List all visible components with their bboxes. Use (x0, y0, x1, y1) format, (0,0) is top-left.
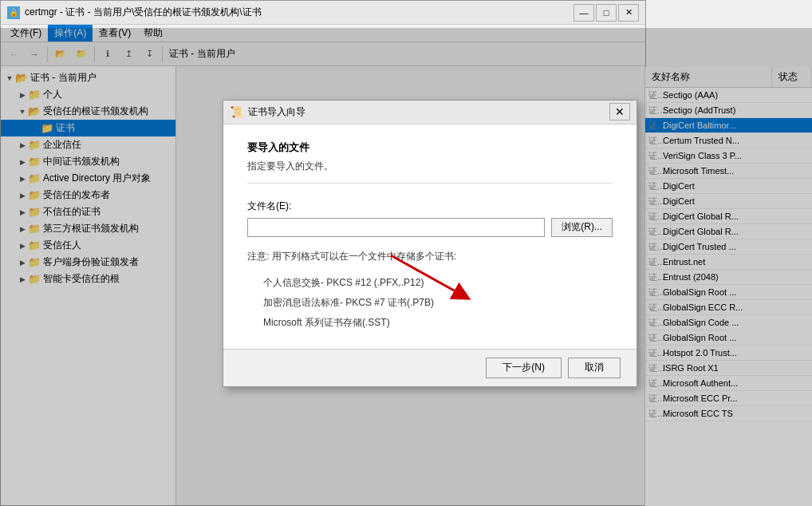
wizard-format-list: 个人信息交换- PKCS #12 (.PFX,.P12) 加密消息语法标准- P… (263, 273, 613, 333)
wizard-title-left: 📜 证书导入向导 (230, 105, 305, 119)
wizard-input-row: 浏览(R)... (247, 218, 613, 237)
wizard-dialog: 📜 证书导入向导 ✕ 要导入的文件 指定要导入的文件。 文件名(E): 浏览(R… (223, 100, 637, 387)
wizard-browse-button[interactable]: 浏览(R)... (551, 218, 613, 237)
wizard-overlay: 📜 证书导入向导 ✕ 要导入的文件 指定要导入的文件。 文件名(E): 浏览(R… (0, 28, 812, 506)
wizard-file-input[interactable] (247, 218, 545, 237)
wizard-section-title: 要导入的文件 (247, 140, 613, 155)
close-button[interactable]: ✕ (618, 4, 639, 22)
wizard-format-item-2: Microsoft 系列证书存储(.SST) (263, 313, 613, 333)
title-bar: 🔒 certmgr - 证书 - 当前用户\受信任的根证书颁发机构\证书 — □… (1, 1, 645, 25)
wizard-format-item-0: 个人信息交换- PKCS #12 (.PFX,.P12) (263, 273, 613, 293)
wizard-close-button[interactable]: ✕ (609, 103, 630, 121)
wizard-note: 注意: 用下列格式可以在一个文件中存储多个证书: (247, 250, 613, 263)
wizard-field-label: 文件名(E): (247, 200, 613, 213)
wizard-footer: 下一步(N) 取消 (223, 349, 637, 386)
wizard-header-section: 要导入的文件 指定要导入的文件。 (247, 140, 613, 184)
maximize-button[interactable]: □ (596, 4, 617, 22)
title-bar-left: 🔒 certmgr - 证书 - 当前用户\受信任的根证书颁发机构\证书 (7, 6, 262, 19)
wizard-next-button[interactable]: 下一步(N) (486, 358, 562, 378)
wizard-cancel-button[interactable]: 取消 (568, 358, 621, 378)
minimize-button[interactable]: — (574, 4, 594, 22)
wizard-title-bar: 📜 证书导入向导 ✕ (223, 101, 637, 125)
wizard-title-text: 证书导入向导 (248, 105, 305, 119)
wizard-format-item-1: 加密消息语法标准- PKCS #7 证书(.P7B) (263, 293, 613, 313)
wizard-section-desc: 指定要导入的文件。 (247, 160, 613, 173)
title-controls: — □ ✕ (574, 4, 639, 22)
wizard-form-section: 文件名(E): 浏览(R)... 注意: 用下列格式可以在一个文件中存储多个证书… (247, 200, 613, 333)
wizard-body: 要导入的文件 指定要导入的文件。 文件名(E): 浏览(R)... 注意: 用下… (223, 125, 637, 349)
wizard-title-icon: 📜 (230, 105, 243, 118)
window-icon: 🔒 (7, 6, 20, 19)
window-title: certmgr - 证书 - 当前用户\受信任的根证书颁发机构\证书 (25, 6, 262, 19)
